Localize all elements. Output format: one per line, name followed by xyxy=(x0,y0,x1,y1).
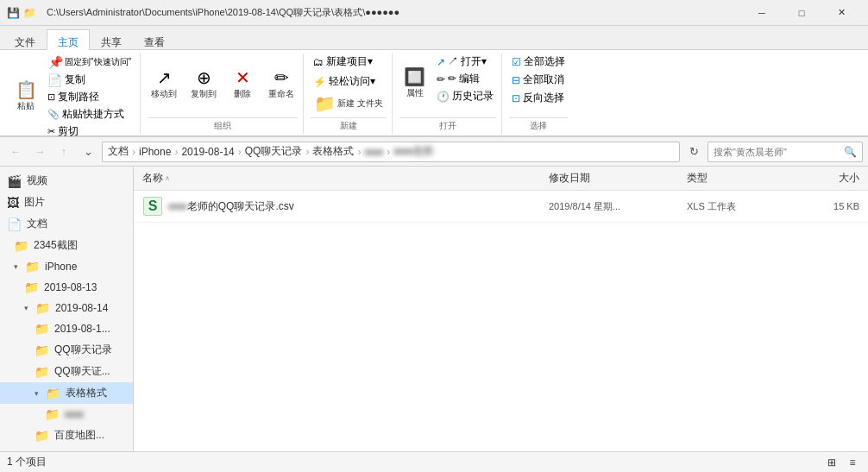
new-item-label: 新建项目▾ xyxy=(326,54,373,69)
close-button[interactable]: ✕ xyxy=(821,0,861,26)
delete-icon: ✕ xyxy=(236,69,250,86)
ribbon: 文件 主页 共享 查看 📋 粘贴 📌 固定到"快速访问" 📄 复制 xyxy=(0,26,868,137)
view-list-button[interactable]: ≡ xyxy=(844,454,861,471)
sort-arrow: ∧ xyxy=(165,174,170,182)
nav-pictures[interactable]: 🖼 图片 xyxy=(0,192,133,213)
paste-shortcut-icon: 📎 xyxy=(47,109,60,120)
refresh-button[interactable]: ↻ xyxy=(683,142,704,162)
baidu-map-icon: 📁 xyxy=(35,429,49,443)
select-group: ☑ 全部选择 ⊟ 全部取消 ⊡ 反向选择 选择 xyxy=(504,53,573,134)
copy-path-button[interactable]: ⊡ 复制路径 xyxy=(45,89,135,105)
nav-qq-cert[interactable]: 📁 QQ聊天证... xyxy=(0,361,133,382)
new-body: 🗂 新建项目▾ ⚡ 轻松访问▾ 📁 新建 文件夹 xyxy=(311,53,387,116)
select-all-button[interactable]: ☑ 全部选择 xyxy=(509,53,568,70)
ribbon-tabs: 文件 主页 共享 查看 xyxy=(0,26,868,50)
up-button[interactable]: ↑ xyxy=(53,142,74,162)
col-size-header[interactable]: 大小 xyxy=(790,171,859,186)
organize-body: ↗ 移动到 ⊕ 复制到 ✕ 删除 ✏ 重命名 xyxy=(148,53,298,116)
open-label: ↗ 打开▾ xyxy=(448,54,487,69)
col-name-header[interactable]: 名称 ∧ xyxy=(142,171,549,186)
paste-shortcut-button[interactable]: 📎 粘贴快捷方式 xyxy=(45,106,135,123)
title-path: C:\Users\Administrator\Documents\iPhone\… xyxy=(47,6,399,19)
file-size: 15 KB xyxy=(790,201,859,211)
history-button[interactable]: 🕐 历史记录 xyxy=(434,88,496,104)
nav-documents[interactable]: 📄 文档 xyxy=(0,213,133,235)
clipboard-body: 📋 粘贴 📌 固定到"快速访问" 📄 复制 ⊡ 复制路径 xyxy=(9,53,135,140)
file-row[interactable]: S ●●●老师的QQ聊天记录.csv 2019/8/14 星期... XLS 工… xyxy=(134,191,868,223)
window-icons: 💾 📁 xyxy=(7,7,36,19)
invert-icon: ⊡ xyxy=(512,92,520,104)
nav-iphone[interactable]: ▾ 📁 iPhone xyxy=(0,256,133,277)
nav-documents-label: 文档 xyxy=(27,217,47,231)
open-label: 打开 xyxy=(399,117,496,134)
col-date-label: 修改日期 xyxy=(549,172,590,184)
documents-icon: 📄 xyxy=(7,217,22,231)
back-button[interactable]: ← xyxy=(5,142,26,162)
nav-pictures-label: 图片 xyxy=(24,195,45,210)
address-bar: ← → ↑ ⌄ 文档 › iPhone › 2019-08-14 › QQ聊天记… xyxy=(0,137,868,167)
clipboard-col: 📌 固定到"快速访问" 📄 复制 ⊡ 复制路径 📎 粘贴快捷方式 xyxy=(45,53,135,140)
select-none-button[interactable]: ⊟ 全部取消 xyxy=(509,72,567,88)
rename-button[interactable]: ✏ 重命名 xyxy=(265,54,298,115)
pin-label: 固定到"快速访问" xyxy=(65,56,131,68)
new-item-button[interactable]: 🗂 新建项目▾ xyxy=(311,53,375,70)
delete-button[interactable]: ✕ 删除 xyxy=(227,54,258,115)
forward-button[interactable]: → xyxy=(29,142,50,162)
nav-blur-label: ●●● xyxy=(65,408,84,420)
new-group: 🗂 新建项目▾ ⚡ 轻松访问▾ 📁 新建 文件夹 新建 xyxy=(305,53,393,134)
history-icon: 🕐 xyxy=(437,91,450,103)
organize-group: ↗ 移动到 ⊕ 复制到 ✕ 删除 ✏ 重命名 组织 xyxy=(142,53,304,134)
nav-blur-folder[interactable]: 📁 ●●● xyxy=(0,404,133,425)
tab-share[interactable]: 共享 xyxy=(90,29,133,49)
copy-to-button[interactable]: ⊕ 复制到 xyxy=(187,54,220,115)
nav-subfolder1[interactable]: 📁 2019-08-1... xyxy=(0,318,133,339)
status-bar: 1 个项目 ⊞ ≡ xyxy=(0,451,868,472)
paste-button[interactable]: 📋 粘贴 xyxy=(9,66,43,127)
open-button[interactable]: ↗ ↗ 打开▾ xyxy=(434,53,496,70)
nav-2019-08-14[interactable]: ▾ 📁 2019-08-14 xyxy=(0,298,133,318)
path-iphone: iPhone xyxy=(139,146,171,158)
qq-cert-icon: 📁 xyxy=(35,365,49,379)
nav-video[interactable]: 🎬 视频 xyxy=(0,170,133,192)
minimize-button[interactable]: ─ xyxy=(742,0,782,26)
select-all-icon: ☑ xyxy=(512,56,521,68)
pictures-icon: 🖼 xyxy=(7,196,19,210)
col-date-header[interactable]: 修改日期 xyxy=(549,171,687,186)
path-qq: QQ聊天记录 xyxy=(245,144,303,159)
nav-table-format[interactable]: ▾ 📁 表格格式 xyxy=(0,382,133,404)
nav-qq-chat[interactable]: 📁 QQ聊天记录 xyxy=(0,339,133,361)
view-grid-button[interactable]: ⊞ xyxy=(823,454,840,471)
nav-qq-chat-label: QQ聊天记录 xyxy=(54,343,112,357)
file-name-suffix: 老师的QQ聊天记录.csv xyxy=(187,200,294,212)
tab-view[interactable]: 查看 xyxy=(133,29,176,49)
tab-file[interactable]: 文件 xyxy=(3,29,47,49)
move-to-button[interactable]: ↗ 移动到 xyxy=(148,54,180,115)
nav-table-format-label: 表格格式 xyxy=(66,386,107,400)
edit-button[interactable]: ✏ ✏ 编辑 xyxy=(434,71,496,87)
address-path[interactable]: 文档 › iPhone › 2019-08-14 › QQ聊天记录 › 表格格式… xyxy=(102,142,680,162)
new-folder-button[interactable]: 📁 新建 文件夹 xyxy=(311,93,387,114)
col-type-header[interactable]: 类型 xyxy=(687,171,790,186)
maximize-button[interactable]: □ xyxy=(782,0,821,26)
nav-2345[interactable]: 📁 2345截图 xyxy=(0,235,133,256)
copy-icon: 📄 xyxy=(47,73,62,87)
nav-2019-08-13[interactable]: 📁 2019-08-13 xyxy=(0,277,133,298)
paste-label: 粘贴 xyxy=(17,100,35,112)
nav-baidu-map[interactable]: 📁 百度地图... xyxy=(0,425,133,446)
file-list: 名称 ∧ 修改日期 类型 大小 S ●●●老师的QQ聊天记录.csv 2019/… xyxy=(134,167,868,451)
tab-home[interactable]: 主页 xyxy=(47,29,90,50)
invert-select-button[interactable]: ⊡ 反向选择 xyxy=(509,90,567,106)
properties-button[interactable]: 🔲 属性 xyxy=(399,53,431,114)
window-controls: ─ □ ✕ xyxy=(742,0,861,26)
copy-button[interactable]: 📄 复制 xyxy=(45,72,135,88)
nav-subfolder1-label: 2019-08-1... xyxy=(54,323,110,335)
search-box[interactable]: 🔍 xyxy=(708,142,863,162)
table-format-icon: 📁 xyxy=(46,387,60,400)
recent-button[interactable]: ⌄ xyxy=(78,142,98,162)
easy-access-button[interactable]: ⚡ 轻松访问▾ xyxy=(311,73,378,90)
search-input[interactable] xyxy=(714,147,840,157)
rename-icon: ✏ xyxy=(274,69,289,86)
copy-path-icon: ⊡ xyxy=(47,91,55,103)
open-icon: ↗ xyxy=(437,56,445,68)
pin-button[interactable]: 📌 固定到"快速访问" xyxy=(45,53,135,71)
